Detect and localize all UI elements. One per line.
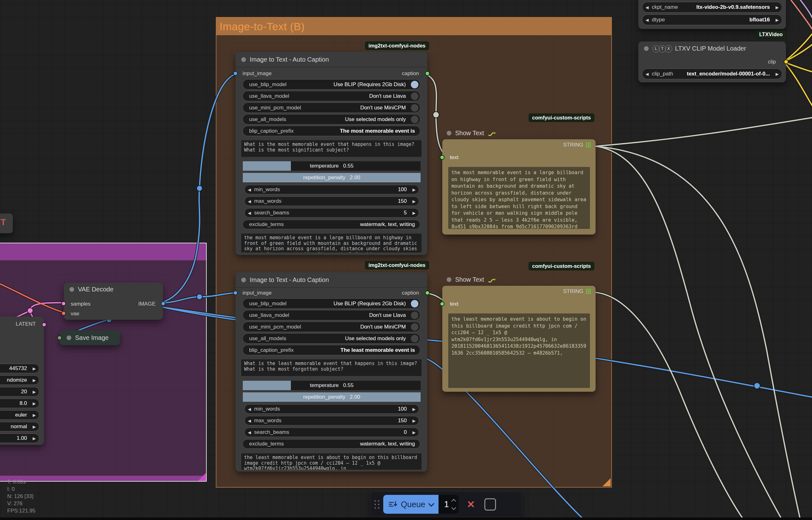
result-textarea[interactable]: the least memorable event is about to be… [241, 453, 422, 470]
widget-scheduler[interactable]: normal▶ [0, 422, 39, 431]
widget-sampler-name[interactable]: euler▶ [0, 410, 39, 420]
widget-exclude-terms[interactable]: exclude_terms watermark, text, writing [243, 439, 420, 449]
node-cut-left[interactable]: T [0, 213, 13, 233]
temperature-slider[interactable]: temperature 0.55 [243, 161, 421, 171]
group-purple-header[interactable] [0, 243, 206, 260]
toggle-off-indicator[interactable] [411, 312, 418, 319]
widget-min-words[interactable]: ◀ min_words 100 ▶ [244, 185, 419, 194]
clip-output-port[interactable] [784, 59, 788, 64]
text-input-port[interactable] [440, 302, 445, 306]
widget-exclude-terms[interactable]: exclude_terms watermark, text, writing [243, 220, 420, 229]
decrement-arrow[interactable]: ◀ [642, 72, 652, 76]
reroute-dot[interactable] [754, 383, 760, 389]
toolbar-drag-handle[interactable] [374, 500, 380, 509]
increment-arrow[interactable]: ▶ [773, 18, 782, 22]
increment-arrow[interactable]: ▶ [773, 5, 782, 10]
node-vae-decode[interactable]: VAE Decode samples vae IMAGE [64, 283, 163, 320]
clear-queue-button[interactable]: ✕ [467, 499, 475, 510]
widget-blip-caption-prefix[interactable]: blip_caption_prefix The most memorable e… [243, 126, 420, 136]
group-image-to-text-b-header[interactable]: Image-to-Text (B) [217, 18, 611, 35]
toggle-off-indicator[interactable] [411, 323, 418, 331]
node-auto-caption-2[interactable]: Image to Text - Auto Caption input_image… [235, 272, 427, 472]
widget-clip-path[interactable]: ◀ clip_path text_encoder/model-00001-of-… [642, 69, 782, 79]
input-image-port[interactable] [233, 290, 238, 295]
group-purple-resize-handle[interactable] [198, 473, 206, 481]
samples-input-port[interactable] [61, 301, 66, 306]
toggle-off-indicator[interactable] [411, 116, 418, 123]
widget-max-words[interactable]: ◀ max_words 150 ▶ [244, 197, 419, 206]
widget-use-mini-pcm-model[interactable]: use_mini_pcm_model Don't use MiniCPM [243, 321, 420, 332]
reroute-dot[interactable] [197, 185, 202, 191]
decrement-arrow[interactable]: ◀ [245, 407, 254, 412]
image-output-port[interactable] [161, 301, 166, 306]
queue-button[interactable]: Queue [383, 495, 439, 514]
widget-blip-caption-prefix[interactable]: blip_caption_prefix The least memorable … [243, 345, 420, 355]
show-text-textarea[interactable]: the most memorable event is a large bill… [448, 167, 590, 229]
widget-dtype[interactable]: ◀ dtype bfloat16 ▶ [642, 15, 782, 25]
widget-max-words[interactable]: ◀ max_words 150 ▶ [244, 416, 419, 425]
vae-input-port[interactable] [61, 311, 66, 316]
decrement-arrow[interactable]: ◀ [642, 18, 652, 22]
toggle-off-indicator[interactable] [411, 335, 418, 342]
prompt-textarea[interactable]: What is the most memorable event that ha… [241, 140, 422, 157]
comfyui-canvas[interactable]: { "canvas": { "stats": ["T: 0.00s", "I: … [0, 0, 812, 520]
widget-seed[interactable]: 445732▶ [0, 364, 39, 373]
widget-cfg[interactable]: 8.0▶ [0, 399, 39, 408]
widget-use-llava-model[interactable]: use_llava_model Don't use Llava [243, 310, 420, 320]
increment-arrow[interactable]: ▶ [30, 424, 39, 429]
widget-ckpt-name[interactable]: ◀ ckpt_name ltx-video-2b-v0.9.safetensor… [642, 2, 782, 12]
increment-arrow[interactable]: ▶ [30, 390, 39, 394]
increment-arrow[interactable]: ▶ [30, 401, 39, 406]
toggle-on-indicator[interactable] [411, 300, 418, 308]
caption-output-port[interactable] [425, 71, 430, 76]
node-checkpoint-loader-cut[interactable]: ◀ ckpt_name ltx-video-2b-v0.9.safetensor… [638, 0, 786, 29]
latent-output-port[interactable] [42, 322, 47, 327]
increment-arrow[interactable]: ▶ [773, 72, 782, 76]
decrement-arrow[interactable]: ◀ [245, 418, 254, 423]
node-show-text-2[interactable]: Show Text STRING text the least memorabl… [442, 274, 595, 393]
repetition-penalty-slider[interactable]: repetition_penalty 2.00 [243, 392, 421, 402]
prompt-textarea[interactable]: What is the least memorable event that h… [241, 359, 422, 376]
batch-count-stepper[interactable] [452, 499, 455, 509]
temperature-slider[interactable]: temperature 0.55 [243, 381, 421, 390]
widget-min-words[interactable]: ◀ min_words 100 ▶ [244, 404, 419, 414]
toggle-off-indicator[interactable] [411, 93, 418, 100]
increment-arrow[interactable]: ▶ [30, 378, 39, 383]
decrement-arrow[interactable]: ◀ [245, 211, 254, 215]
widget-use-all-models[interactable]: use_all_models Use selected models only [243, 114, 420, 125]
widget-control-after-generate[interactable]: ndomize▶ [0, 375, 39, 385]
decrement-arrow[interactable]: ◀ [245, 199, 254, 204]
widget-search-beams[interactable]: ◀ search_beams 5 ▶ [244, 208, 419, 217]
node-ltxv-clip-model-loader[interactable]: LTX LTXV CLIP Model Loader clip ◀ clip_p… [638, 42, 786, 82]
widget-use-mini-pcm-model[interactable]: use_mini_pcm_model Don't use MiniCPM [243, 103, 420, 113]
chevron-down-icon[interactable] [428, 500, 435, 507]
increment-arrow[interactable]: ▶ [409, 187, 419, 192]
decrement-arrow[interactable]: ◀ [245, 187, 254, 192]
widget-use-all-models[interactable]: use_all_models Use selected models only [243, 333, 420, 344]
node-auto-caption-1[interactable]: Image to Text - Auto Caption input_image… [235, 52, 427, 255]
stop-button[interactable] [484, 498, 496, 511]
increment-arrow[interactable]: ▶ [409, 407, 419, 412]
decrement-arrow[interactable]: ◀ [642, 5, 652, 10]
batch-count-field[interactable]: 1 [439, 495, 458, 514]
increment-arrow[interactable]: ▶ [409, 430, 419, 435]
widget-search-beams[interactable]: ◀ search_beams 0 ▶ [244, 427, 419, 437]
text-input-port[interactable] [440, 155, 445, 160]
show-text-textarea[interactable]: the least memorable event is about to be… [448, 313, 590, 388]
result-textarea[interactable]: the most memorable event is a large bill… [241, 234, 422, 253]
step-up-icon[interactable] [451, 499, 456, 504]
caption-output-port[interactable] [425, 290, 430, 295]
increment-arrow[interactable]: ▶ [30, 366, 39, 371]
increment-arrow[interactable]: ▶ [30, 436, 39, 441]
increment-arrow[interactable]: ▶ [409, 199, 419, 204]
toggle-on-indicator[interactable] [411, 81, 418, 88]
increment-arrow[interactable]: ▶ [409, 211, 419, 215]
group-resize-handle[interactable] [603, 478, 611, 486]
widget-denoise[interactable]: 1.00▶ [0, 434, 39, 443]
widget-use-blip-model[interactable]: use_blip_model Use BLIP (Requires 2Gb Di… [243, 79, 420, 89]
node-ksampler-cut[interactable]: LATENT 445732▶ ndomize▶ 20▶ 8.0▶ euler▶ … [0, 317, 44, 445]
step-down-icon[interactable] [451, 505, 456, 510]
node-save-image[interactable]: Save Image [60, 330, 120, 345]
widget-steps[interactable]: 20▶ [0, 387, 39, 396]
node-show-text-1[interactable]: Show Text STRING text the most memorable… [442, 127, 595, 235]
